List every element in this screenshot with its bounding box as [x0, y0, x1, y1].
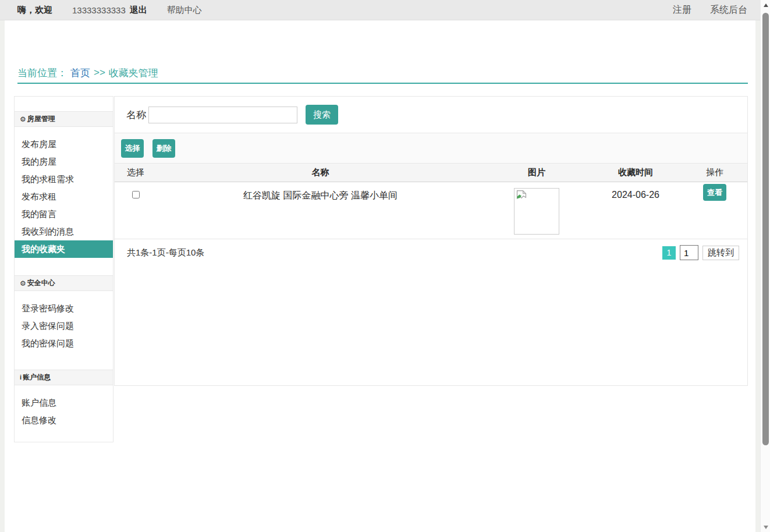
jump-button[interactable]: 跳转到: [702, 246, 739, 260]
header-date: 收藏时间: [589, 164, 682, 182]
logout-link[interactable]: 退出: [130, 5, 147, 16]
view-button[interactable]: 查看: [703, 184, 726, 201]
sidebar-section-title: 安全中心: [27, 278, 55, 288]
sidebar-list-account: 账户信息 信息修改: [15, 385, 113, 444]
row-date: 2024-06-26: [589, 182, 682, 239]
sidebar-section-title: 房屋管理: [27, 114, 55, 124]
gear-icon: ⚙: [20, 280, 26, 287]
sidebar-section-house-management: ⚙ 房屋管理: [15, 111, 113, 127]
sidebar-item-edit-info[interactable]: 信息修改: [15, 412, 113, 429]
name-search-input[interactable]: [148, 107, 297, 123]
user-session: 13333333333 退出: [72, 5, 147, 16]
topbar-right: 注册 系统后台: [673, 4, 747, 16]
toolbar: 选择 删除: [115, 133, 747, 163]
broken-image-icon: [516, 190, 527, 201]
scrollbar[interactable]: [760, 0, 770, 532]
header-select: 选择: [115, 164, 157, 182]
search-bar: 名称 搜索: [115, 97, 747, 133]
favorites-table: 选择 名称 图片 收藏时间 操作 红谷凯旋 国际金融中心旁 温馨小单间: [115, 163, 747, 239]
sidebar-item-received-messages[interactable]: 我收到的消息: [15, 223, 113, 240]
help-center-link[interactable]: 帮助中心: [167, 5, 202, 16]
delete-button[interactable]: 删除: [152, 139, 175, 158]
select-button[interactable]: 选择: [121, 139, 144, 158]
sidebar: ⚙ 房屋管理 发布房屋 我的房屋 我的求租需求 发布求租 我的留言 我收到的消息…: [14, 96, 113, 442]
name-label: 名称: [126, 108, 146, 122]
header-name: 名称: [157, 164, 484, 182]
row-name: 红谷凯旋 国际金融中心旁 温馨小单间: [157, 182, 484, 239]
page-1-button[interactable]: 1: [662, 246, 676, 260]
gear-icon: ⚙: [20, 116, 26, 123]
table-header-row: 选择 名称 图片 收藏时间 操作: [115, 164, 747, 182]
sidebar-section-security-center: ⚙ 安全中心: [15, 275, 113, 291]
scrollbar-up-arrow[interactable]: [761, 0, 770, 10]
scrollbar-down-arrow[interactable]: [761, 522, 770, 532]
sidebar-list-security: 登录密码修改 录入密保问题 我的密保问题: [15, 291, 113, 370]
sidebar-item-my-houses[interactable]: 我的房屋: [15, 153, 113, 171]
header-action: 操作: [682, 164, 747, 182]
header-image: 图片: [484, 164, 589, 182]
pagination-controls: 1 跳转到: [662, 245, 739, 260]
topbar: 嗨，欢迎 13333333333 退出 帮助中心 注册 系统后台: [0, 0, 760, 20]
sidebar-list-house: 发布房屋 我的房屋 我的求租需求 发布求租 我的留言 我收到的消息 我的收藏夹: [15, 127, 113, 275]
pagination-summary: 共1条-1页-每页10条: [127, 247, 204, 258]
sidebar-spacer: [15, 97, 113, 111]
row-thumbnail: [514, 188, 559, 235]
sidebar-item-account-info[interactable]: 账户信息: [15, 394, 113, 412]
user-phone: 13333333333: [72, 5, 126, 15]
scrollbar-thumb[interactable]: [762, 13, 769, 445]
sidebar-item-set-security-question[interactable]: 录入密保问题: [15, 317, 113, 335]
sidebar-section-account-info: i 账户信息: [15, 370, 113, 385]
admin-backend-link[interactable]: 系统后台: [710, 4, 747, 16]
search-button[interactable]: 搜索: [306, 105, 338, 125]
greeting-text: 嗨，欢迎: [17, 5, 52, 16]
table-row: 红谷凯旋 国际金融中心旁 温馨小单间 2024-06-26 查看: [115, 182, 747, 239]
topbar-left: 嗨，欢迎 13333333333 退出 帮助中心: [17, 5, 202, 16]
register-link[interactable]: 注册: [673, 4, 691, 16]
row-checkbox[interactable]: [132, 191, 140, 198]
sidebar-section-title: 账户信息: [23, 373, 51, 382]
page: 嗨，欢迎 13333333333 退出 帮助中心 注册 系统后台 当前位置： 首…: [0, 0, 770, 532]
pagination: 共1条-1页-每页10条 1 跳转到: [115, 239, 747, 266]
sidebar-item-publish-house[interactable]: 发布房屋: [15, 136, 113, 153]
main-content: 名称 搜索 选择 删除 选择 名称 图片 收藏时间 操作: [114, 96, 748, 386]
breadcrumb-home-link[interactable]: 首页: [70, 66, 90, 80]
breadcrumb: 当前位置： 首页 >> 收藏夹管理: [17, 63, 748, 84]
sidebar-item-change-login-password[interactable]: 登录密码修改: [15, 300, 113, 317]
breadcrumb-current: 收藏夹管理: [109, 66, 158, 80]
sidebar-item-my-rent-requests[interactable]: 我的求租需求: [15, 171, 113, 188]
sidebar-item-publish-rent-request[interactable]: 发布求租: [15, 188, 113, 205]
sidebar-item-my-messages[interactable]: 我的留言: [15, 205, 113, 223]
sidebar-item-my-favorites[interactable]: 我的收藏夹: [15, 240, 113, 258]
jump-page-input[interactable]: [680, 245, 698, 260]
info-icon: i: [20, 374, 22, 381]
breadcrumb-separator: >>: [94, 67, 105, 79]
breadcrumb-label: 当前位置：: [17, 66, 67, 80]
sidebar-item-my-security-question[interactable]: 我的密保问题: [15, 335, 113, 352]
